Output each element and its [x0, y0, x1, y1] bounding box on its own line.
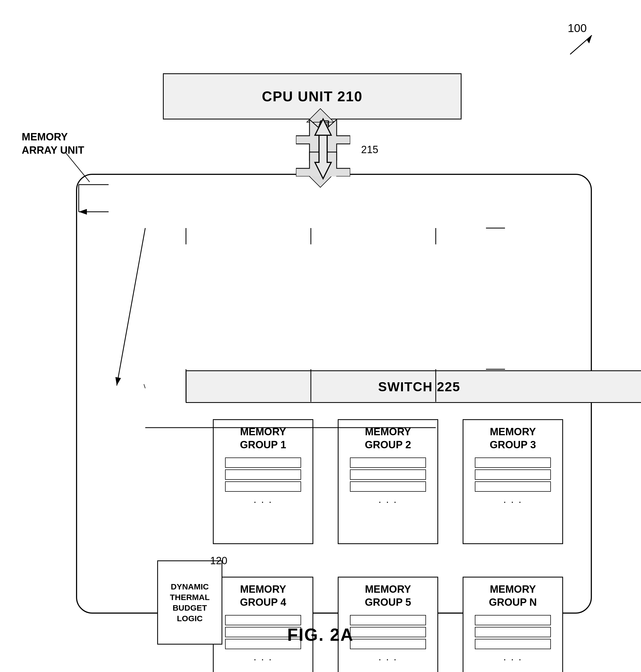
svg-marker-4 — [586, 35, 592, 43]
memory-array-unit-container: SWITCH 225 MEMORYGROUP 1 . . . MEMORYGRO… — [76, 174, 592, 614]
dtbl-box: DYNAMICTHERMALBUDGETLOGIC — [157, 560, 222, 645]
mg5-bar2 — [350, 627, 426, 637]
mg2-stack — [350, 457, 426, 492]
mg1-stack — [225, 457, 301, 492]
bidir-arrow: .blkarrow { fill: #e8e8e8; stroke: #000;… — [299, 119, 347, 179]
svg-line-3 — [570, 35, 592, 54]
ref-100: 100 — [568, 22, 587, 35]
mgN-dots: . . . — [503, 652, 522, 663]
cpu-unit-label: CPU UNIT 210 — [262, 88, 363, 105]
mg3-label: MEMORYGROUP 3 — [490, 425, 536, 451]
dtbl-label: DYNAMICTHERMALBUDGETLOGIC — [170, 581, 210, 624]
svg-marker-37 — [315, 135, 331, 179]
switch-label: SWITCH 225 — [378, 379, 461, 394]
mg1-bar3 — [225, 481, 301, 492]
mg2-bar1 — [350, 457, 426, 468]
mg2-label: MEMORYGROUP 2 — [365, 425, 411, 451]
mg1-label: MEMORYGROUP 1 — [240, 425, 286, 451]
memory-group-2: MEMORYGROUP 2 . . . — [338, 419, 438, 544]
mg5-label: MEMORYGROUP 5 — [365, 583, 411, 609]
mg3-dots: . . . — [503, 494, 522, 505]
mgN-bar3 — [475, 639, 551, 649]
mgN-stack — [475, 615, 551, 649]
mg5-bar1 — [350, 615, 426, 625]
mg1-dots: . . . — [254, 494, 273, 505]
figure-caption: FIG. 2A — [287, 625, 354, 645]
mg1-bar2 — [225, 469, 301, 480]
memory-group-n: MEMORYGROUP N . . . — [463, 577, 563, 672]
mg2-bar2 — [350, 469, 426, 480]
memory-group-4: MEMORYGROUP 4 . . . — [213, 577, 313, 672]
mg5-stack — [350, 615, 426, 649]
mgN-label: MEMORYGROUP N — [489, 583, 537, 609]
ref-215: 215 — [361, 144, 378, 155]
mg4-bar1 — [225, 615, 301, 625]
ref-120: 120 — [210, 555, 227, 567]
mg2-dots: . . . — [379, 494, 397, 505]
mg5-bar3 — [350, 639, 426, 649]
mg5-dots: . . . — [379, 652, 397, 663]
memory-group-5: MEMORYGROUP 5 . . . — [338, 577, 438, 672]
mg3-bar2 — [475, 469, 551, 480]
mgN-bar1 — [475, 615, 551, 625]
mg4-label: MEMORYGROUP 4 — [240, 583, 286, 609]
mg1-bar1 — [225, 457, 301, 468]
mg4-dots: . . . — [254, 652, 273, 663]
mg3-bar3 — [475, 481, 551, 492]
mg3-bar1 — [475, 457, 551, 468]
mg3-stack — [475, 457, 551, 492]
memory-group-3: MEMORYGROUP 3 . . . — [463, 419, 563, 544]
cpu-unit-box: CPU UNIT 210 — [163, 73, 462, 120]
memory-group-1: MEMORYGROUP 1 . . . — [213, 419, 313, 544]
memory-array-unit-label: MEMORYARRAY UNIT — [22, 130, 84, 157]
diagram: 100 CPU UNIT 210 MEMORYARRAY UNIT 205 21… — [0, 0, 641, 672]
mg2-bar3 — [350, 481, 426, 492]
mgN-bar2 — [475, 627, 551, 637]
switch-box: SWITCH 225 — [186, 370, 641, 403]
power-ratios-cloud: POWER RATIOS 245 — [159, 669, 235, 672]
